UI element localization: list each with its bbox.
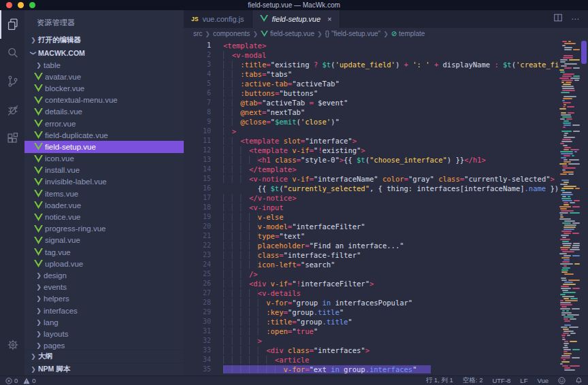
tab-field-setup-vue[interactable]: field-setup.vue× (252, 10, 340, 28)
code-line[interactable]: 29 :key="group.title" (184, 307, 559, 317)
code-editor[interactable]: 1<template>2 <v-modal3 :title="existing … (184, 39, 559, 375)
line-number: 14 (184, 165, 211, 174)
source-control-icon[interactable] (0, 67, 24, 96)
code-line[interactable]: 16 {{ $t("currently_selected", { thing: … (184, 184, 559, 193)
code-line[interactable]: 13 <h1 class="style-0">{{ $t("choose_int… (184, 155, 559, 165)
vertical-scrollbar[interactable] (580, 39, 588, 375)
close-icon[interactable]: × (327, 15, 331, 23)
code-line[interactable]: 31 :open="true" (184, 327, 559, 336)
tree-item-design[interactable]: ❯design (24, 269, 184, 281)
code-line[interactable]: 23 class="interface-filter" (184, 250, 559, 260)
code-line[interactable]: 4 :tabs="tabs" (184, 69, 559, 79)
tree-item-pages[interactable]: ❯pages (24, 340, 184, 350)
code-line[interactable]: 15 <v-notice v-if="interfaceName" color=… (184, 174, 559, 184)
minimap-mark (562, 169, 566, 171)
tree-item-events[interactable]: ❯events (24, 282, 184, 293)
tree-item-signal-vue[interactable]: signal.vue (24, 235, 184, 246)
scrollbar-thumb[interactable] (581, 41, 587, 64)
code-line-text: icon-left="search" (211, 260, 335, 269)
status-warning[interactable]: 0 (23, 377, 35, 384)
split-editor-icon[interactable] (553, 13, 563, 25)
extensions-icon[interactable] (0, 124, 24, 153)
tree-item-tag-vue[interactable]: tag.vue (24, 246, 184, 258)
code-line[interactable]: 27 <v-details (184, 288, 559, 298)
token (223, 289, 258, 297)
code-line[interactable]: 21 type="text" (184, 231, 559, 241)
tree-item-table[interactable]: ❯table (24, 59, 184, 71)
breadcrumb-item[interactable]: components (213, 30, 250, 37)
tree-item-field-duplicate-vue[interactable]: field-duplicate.vue (24, 129, 184, 141)
tree-item-upload-vue[interactable]: upload.vue (24, 258, 184, 269)
code-line[interactable]: 20 v-model="interfaceFilter" (184, 222, 559, 231)
search-icon[interactable] (0, 39, 24, 67)
tree-item-contextual-menu-vue[interactable]: contextual-menu.vue (24, 95, 184, 106)
breadcrumb-item[interactable]: src (193, 30, 202, 37)
code-line[interactable]: 6 :buttons="buttons" (184, 88, 559, 98)
code-line[interactable]: 35 v-for="ext in group.interfaces" (184, 365, 559, 374)
tree-item-details-vue[interactable]: details.vue (24, 106, 184, 118)
code-line[interactable]: 24 icon-left="search" (184, 260, 559, 269)
code-line[interactable]: 10 > (184, 127, 559, 136)
code-line[interactable]: 3 :title="existing ? $t('update_field') … (184, 60, 559, 69)
more-actions-icon[interactable]: ⋯ (571, 14, 580, 24)
minimap-line (559, 155, 580, 156)
breadcrumb-item[interactable]: ⊘template (391, 30, 425, 37)
breadcrumb-item[interactable]: field-setup.vue (261, 30, 314, 37)
tree-item-invisible-label-vue[interactable]: invisible-label.vue (24, 176, 184, 188)
tree-item-layouts[interactable]: ❯layouts (24, 328, 184, 339)
feedback-icon[interactable] (558, 377, 566, 384)
minimap-line (559, 124, 580, 126)
code-line[interactable]: 25 /> (184, 269, 559, 279)
tab-vue-config-js[interactable]: JSvue.config.js (184, 10, 252, 28)
code-line[interactable]: 1<template> (184, 41, 559, 50)
tree-item-items-vue[interactable]: items.vue (24, 188, 184, 199)
token: "group (288, 308, 314, 316)
code-line[interactable]: 34 <article (184, 355, 559, 365)
tree-item-progress-ring-vue[interactable]: progress-ring.vue (24, 223, 184, 235)
sidebar-panel-1[interactable]: ❯NPM 脚本 (24, 363, 184, 375)
code-line[interactable]: 9 @close="$emit('close')" (184, 117, 559, 127)
code-line[interactable]: 32 > (184, 336, 559, 346)
tree-item-error-vue[interactable]: error.vue (24, 118, 184, 129)
code-line[interactable]: 8 @next="nextTab" (184, 107, 559, 117)
explorer-icon[interactable] (0, 10, 24, 39)
tree-item-notice-vue[interactable]: notice.vue (24, 211, 184, 222)
code-line[interactable]: 5 :active-tab="activeTab" (184, 79, 559, 88)
status-item-1[interactable]: 空格: 2 (463, 376, 483, 385)
code-line[interactable]: 14 </template> (184, 165, 559, 174)
code-line[interactable]: 11 <template slot="interface"> (184, 136, 559, 146)
tree-item-helpers[interactable]: ❯helpers (24, 293, 184, 305)
status-item-4[interactable]: Vue (537, 377, 549, 384)
minimap[interactable] (559, 39, 580, 375)
breadcrumb-item[interactable]: {} "field-setup.vue" (325, 30, 381, 37)
tree-item-icon-vue[interactable]: icon.vue (24, 153, 184, 165)
tree-item-lang[interactable]: ❯lang (24, 316, 184, 328)
code-line[interactable]: 30 :title="group.title" (184, 317, 559, 327)
code-line[interactable]: 12 <template v-if="!existing"> (184, 146, 559, 155)
status-item-0[interactable]: 行 1, 列 1 (426, 376, 453, 385)
tree-item-loader-vue[interactable]: loader.vue (24, 199, 184, 211)
status-item-2[interactable]: UTF-8 (492, 377, 510, 384)
tree-item-field-setup-vue[interactable]: field-setup.vue (24, 141, 184, 152)
code-line[interactable]: 28 v-for="group in interfacesPopular" (184, 298, 559, 307)
code-line[interactable]: 18 <v-input (184, 203, 559, 212)
code-line[interactable]: 33 <div class="interfaces"> (184, 346, 559, 355)
tree-item-avatar-vue[interactable]: avatar.vue (24, 71, 184, 82)
tree-item-blocker-vue[interactable]: blocker.vue (24, 82, 184, 94)
code-line[interactable]: 26 <div v-if="!interfaceFilter"> (184, 279, 559, 288)
open-editors-section[interactable]: ❯ 打开的编辑器 (24, 33, 184, 46)
gear-icon[interactable] (0, 331, 24, 359)
status-item-3[interactable]: LF (520, 377, 527, 384)
tree-item-install-vue[interactable]: install.vue (24, 165, 184, 176)
sidebar-panel-0[interactable]: ❯大纲 (24, 350, 184, 363)
root-folder-section[interactable]: ❯ MACWK.COM (24, 46, 184, 59)
tree-item-interfaces[interactable]: ❯interfaces (24, 305, 184, 316)
code-line[interactable]: 2 <v-modal (184, 50, 559, 60)
debug-icon[interactable] (0, 96, 24, 124)
code-line[interactable]: 17 </v-notice> (184, 193, 559, 203)
code-line[interactable]: 22 placeholder="Find an interface..." (184, 241, 559, 250)
code-line[interactable]: 7 @tab="activeTab = $event" (184, 98, 559, 107)
status-error[interactable]: 0 (5, 377, 18, 384)
code-line[interactable]: 19 v-else (184, 212, 559, 222)
bell-icon[interactable] (575, 377, 583, 384)
